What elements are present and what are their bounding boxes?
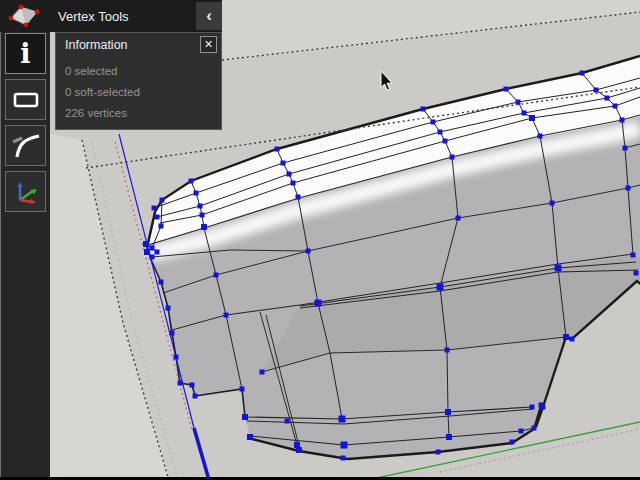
vertex-marker[interactable] bbox=[431, 120, 436, 125]
marquee-select-icon bbox=[10, 84, 42, 116]
vertex-marker[interactable] bbox=[445, 409, 451, 415]
vertex-marker[interactable] bbox=[504, 87, 509, 92]
vertex-marker[interactable] bbox=[339, 416, 346, 423]
close-icon: ✕ bbox=[204, 38, 213, 50]
info-tool-button[interactable]: i bbox=[5, 33, 46, 74]
vertex-marker[interactable] bbox=[143, 241, 149, 247]
axes-gizmo-icon bbox=[10, 176, 42, 208]
vertex-marker[interactable] bbox=[555, 265, 562, 272]
vertex-marker[interactable] bbox=[159, 280, 164, 285]
vertex-marker[interactable] bbox=[240, 387, 245, 392]
information-panel: Information ✕ 0 selected 0 soft-selected… bbox=[55, 32, 222, 130]
vertex-marker[interactable] bbox=[189, 179, 194, 184]
vertex-marker[interactable] bbox=[260, 370, 265, 375]
vertex-marker[interactable] bbox=[605, 96, 610, 101]
toolbar-sidebar: i bbox=[0, 32, 50, 477]
information-panel-title: Information bbox=[65, 38, 128, 52]
vertex-marker[interactable] bbox=[530, 405, 535, 410]
vertex-marker[interactable] bbox=[634, 271, 639, 276]
vertex-marker[interactable] bbox=[194, 191, 199, 196]
vertex-marker[interactable] bbox=[296, 195, 301, 200]
vertex-marker[interactable] bbox=[541, 405, 546, 410]
vertex-marker[interactable] bbox=[519, 429, 524, 434]
gizmo-tool-button[interactable] bbox=[5, 171, 46, 212]
vertex-marker[interactable] bbox=[450, 155, 455, 160]
vertex-marker[interactable] bbox=[200, 213, 205, 218]
vertex-marker[interactable] bbox=[315, 300, 322, 307]
vertex-marker[interactable] bbox=[144, 249, 150, 255]
vertex-marker[interactable] bbox=[166, 306, 171, 311]
vertex-marker[interactable] bbox=[570, 337, 575, 342]
vertex-marker[interactable] bbox=[563, 334, 569, 340]
vertex-marker[interactable] bbox=[214, 273, 219, 278]
close-panel-button[interactable]: ✕ bbox=[200, 36, 217, 53]
vertex-marker[interactable] bbox=[275, 147, 280, 152]
vertex-marker[interactable] bbox=[437, 284, 444, 291]
vertex-marker[interactable] bbox=[510, 440, 515, 445]
vertex-marker[interactable] bbox=[620, 118, 625, 123]
window-title: Vertex Tools bbox=[58, 9, 196, 24]
soft-selection-tool-button[interactable] bbox=[5, 125, 46, 166]
vertex-marker[interactable] bbox=[529, 115, 535, 121]
vertex-marker[interactable] bbox=[190, 383, 195, 388]
vertex-marker[interactable] bbox=[445, 348, 450, 353]
information-panel-header[interactable]: Information ✕ bbox=[56, 33, 221, 53]
vertex-marker[interactable] bbox=[150, 246, 155, 251]
selected-count-label: 0 selected bbox=[65, 61, 211, 82]
vertex-marker[interactable] bbox=[456, 216, 461, 221]
vertex-marker[interactable] bbox=[306, 249, 311, 254]
vertex-marker[interactable] bbox=[281, 161, 286, 166]
vertex-marker[interactable] bbox=[242, 414, 248, 420]
vertex-marker[interactable] bbox=[285, 419, 290, 424]
vertex-marker[interactable] bbox=[341, 442, 348, 449]
vertex-marker[interactable] bbox=[631, 253, 636, 258]
select-tool-button[interactable] bbox=[5, 79, 46, 120]
vertex-tools-logo-icon bbox=[6, 2, 42, 30]
vertex-marker[interactable] bbox=[550, 201, 555, 206]
vertex-marker[interactable] bbox=[341, 456, 346, 461]
vertex-marker[interactable] bbox=[436, 450, 441, 455]
vertex-marker[interactable] bbox=[201, 224, 207, 230]
vertex-marker[interactable] bbox=[247, 434, 253, 440]
vertex-marker[interactable] bbox=[159, 224, 164, 229]
vertex-marker[interactable] bbox=[443, 139, 448, 144]
vertex-marker[interactable] bbox=[296, 447, 302, 453]
falloff-curve-icon bbox=[10, 130, 42, 162]
chevron-left-icon: ‹ bbox=[206, 6, 212, 25]
vertex-marker[interactable] bbox=[178, 381, 183, 386]
soft-selected-count-label: 0 soft-selected bbox=[65, 82, 211, 103]
vertex-marker[interactable] bbox=[170, 331, 175, 336]
vertex-marker[interactable] bbox=[538, 134, 543, 139]
vertex-marker[interactable] bbox=[613, 104, 618, 109]
titlebar: Vertex Tools ‹ bbox=[0, 0, 222, 32]
vertex-marker[interactable] bbox=[160, 198, 165, 203]
vertex-marker[interactable] bbox=[623, 146, 628, 151]
vertex-marker[interactable] bbox=[152, 206, 157, 211]
vertex-marker[interactable] bbox=[532, 426, 537, 431]
vertex-tools-app: { "header": { "title": "Vertex Tools", "… bbox=[0, 0, 640, 480]
vertex-marker[interactable] bbox=[516, 100, 521, 105]
vertex-marker[interactable] bbox=[438, 130, 443, 135]
vertex-marker[interactable] bbox=[446, 434, 452, 440]
vertex-marker[interactable] bbox=[522, 111, 527, 116]
vertex-marker[interactable] bbox=[174, 355, 179, 360]
vertex-marker[interactable] bbox=[291, 181, 296, 186]
vertex-marker[interactable] bbox=[193, 394, 198, 399]
vertex-marker[interactable] bbox=[150, 255, 155, 260]
vertex-marker[interactable] bbox=[224, 313, 229, 318]
vertex-marker[interactable] bbox=[580, 71, 585, 76]
vertex-marker[interactable] bbox=[594, 88, 599, 93]
info-icon: i bbox=[20, 40, 30, 67]
vertex-count-label: 226 vertices bbox=[65, 103, 211, 124]
information-panel-body: 0 selected 0 soft-selected 226 vertices bbox=[56, 53, 221, 124]
collapse-panel-button[interactable]: ‹ bbox=[196, 2, 222, 30]
vertex-marker[interactable] bbox=[626, 186, 631, 191]
vertex-marker[interactable] bbox=[287, 172, 292, 177]
vertex-marker[interactable] bbox=[155, 215, 160, 220]
vertex-marker[interactable] bbox=[421, 107, 426, 112]
vertex-marker[interactable] bbox=[198, 204, 203, 209]
vertex-marker[interactable] bbox=[155, 250, 160, 255]
